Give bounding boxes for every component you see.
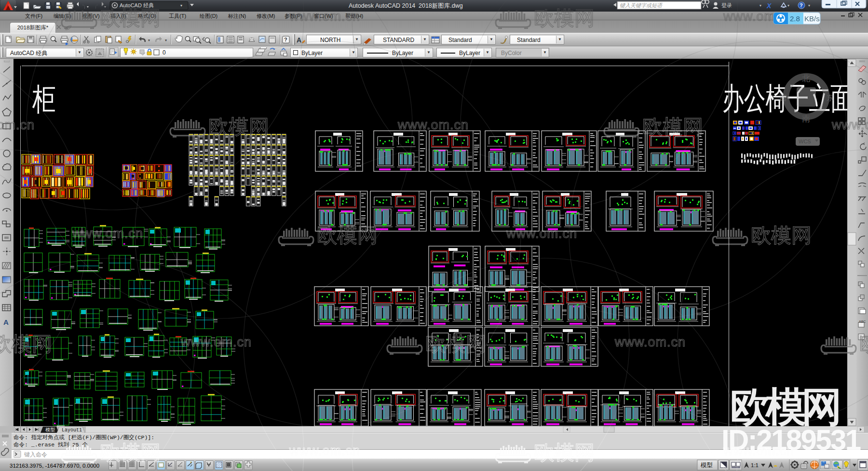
svg-text:▾: ▾ (787, 3, 789, 8)
svg-text:▾: ▾ (760, 3, 761, 8)
svg-text:键入关键字或短语: 键入关键字或短语 (620, 2, 663, 8)
svg-text:Layout1: Layout1 (62, 428, 82, 433)
svg-text:WCS: WCS (799, 139, 811, 144)
svg-text:▾: ▾ (808, 3, 810, 8)
svg-text:AutoCAD 经典: AutoCAD 经典 (120, 2, 154, 8)
svg-text:Autodesk AutoCAD 2014: Autodesk AutoCAD 2014 (349, 2, 415, 9)
svg-text:南: 南 (802, 114, 810, 124)
svg-text:东: 东 (827, 94, 834, 102)
svg-text:?: ? (284, 37, 287, 42)
svg-text:北: 北 (802, 74, 810, 83)
svg-text:2018新图库.dwg: 2018新图库.dwg (419, 2, 463, 9)
svg-text:模型: 模型 (45, 427, 55, 432)
svg-text:柜: 柜 (32, 82, 55, 116)
svg-text:A: A (3, 318, 9, 326)
svg-text:▾: ▾ (148, 38, 150, 42)
svg-text:模型: 模型 (700, 462, 713, 469)
svg-text:登录: 登录 (721, 2, 732, 8)
svg-text:A: A (297, 36, 301, 44)
svg-text:ABC: ABC (859, 320, 866, 323)
svg-text:▾: ▾ (180, 3, 182, 8)
svg-text:X: X (766, 2, 772, 10)
svg-text:0: 0 (163, 49, 166, 56)
svg-text:▾: ▾ (165, 38, 167, 42)
svg-text:?: ? (800, 2, 803, 8)
svg-text:西: 西 (779, 94, 787, 102)
svg-text:1:1: 1:1 (751, 462, 759, 468)
